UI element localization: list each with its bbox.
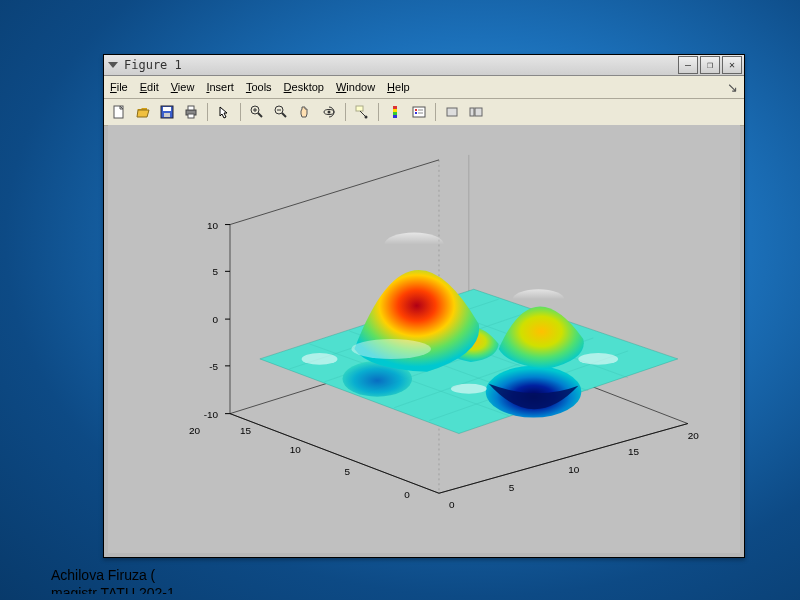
- minimize-button[interactable]: –: [678, 56, 698, 74]
- svg-rect-21: [393, 112, 397, 115]
- colorbar-icon[interactable]: [384, 102, 406, 122]
- title-bar[interactable]: Figure 1 – ❐ ✕: [104, 55, 744, 76]
- window-title: Figure 1: [124, 58, 678, 72]
- svg-text:20: 20: [189, 425, 201, 436]
- menu-tools[interactable]: Tools: [246, 81, 272, 93]
- save-icon[interactable]: [156, 102, 178, 122]
- svg-rect-6: [188, 114, 194, 118]
- data-cursor-icon[interactable]: [351, 102, 373, 122]
- svg-text:10: 10: [207, 220, 219, 231]
- figure-icon: [106, 58, 120, 72]
- svg-text:10: 10: [568, 464, 580, 475]
- svg-text:0: 0: [213, 314, 219, 325]
- toolbar: [104, 99, 744, 126]
- zoom-out-icon[interactable]: [270, 102, 292, 122]
- svg-rect-5: [188, 106, 194, 110]
- menu-desktop[interactable]: Desktop: [284, 81, 324, 93]
- author-line2: magistr TATU 202-1: [51, 584, 175, 594]
- svg-rect-29: [470, 108, 474, 116]
- z-axis-ticks: 10 5 0 -5 -10 20: [189, 220, 230, 436]
- hide-plot-tools-icon[interactable]: [441, 102, 463, 122]
- pan-icon[interactable]: [294, 102, 316, 122]
- menu-edit[interactable]: Edit: [140, 81, 159, 93]
- svg-point-50: [351, 339, 431, 359]
- svg-text:20: 20: [688, 430, 700, 441]
- svg-line-12: [282, 113, 286, 117]
- author-caption: Achilova Firuza ( magistr TATU 202-1: [51, 566, 175, 594]
- svg-rect-20: [393, 109, 397, 112]
- open-icon[interactable]: [132, 102, 154, 122]
- plot-area: 10 5 0 -5 -10 20 15 10 5 0: [108, 125, 740, 553]
- separator: [378, 103, 379, 121]
- author-line1: Achilova Firuza (: [51, 566, 175, 584]
- svg-text:-5: -5: [209, 361, 218, 372]
- svg-point-18: [365, 116, 368, 119]
- surface-peak-main: [351, 233, 479, 372]
- separator: [207, 103, 208, 121]
- svg-line-34: [230, 160, 439, 225]
- window-buttons: – ❐ ✕: [678, 56, 742, 74]
- svg-rect-28: [447, 108, 457, 116]
- menu-help[interactable]: Help: [387, 81, 410, 93]
- svg-rect-2: [163, 107, 171, 111]
- surface-plot: 10 5 0 -5 -10 20 15 10 5 0: [138, 135, 730, 543]
- svg-point-15: [328, 111, 331, 114]
- svg-text:10: 10: [290, 444, 302, 455]
- menu-bar: File Edit View Insert Tools Desktop Wind…: [104, 76, 744, 99]
- zoom-in-icon[interactable]: [246, 102, 268, 122]
- menu-file[interactable]: File: [110, 81, 128, 93]
- x-axis-ticks: 15 10 5 0: [240, 425, 410, 501]
- svg-text:15: 15: [628, 446, 640, 457]
- show-plot-tools-icon[interactable]: [465, 102, 487, 122]
- svg-rect-30: [475, 108, 482, 116]
- svg-text:0: 0: [449, 499, 455, 510]
- svg-line-17: [360, 111, 365, 116]
- svg-rect-3: [164, 113, 170, 117]
- pointer-icon[interactable]: [213, 102, 235, 122]
- legend-icon[interactable]: [408, 102, 430, 122]
- svg-rect-22: [393, 115, 397, 118]
- dock-icon[interactable]: ↘: [727, 80, 738, 95]
- svg-point-52: [578, 353, 618, 365]
- svg-point-48: [513, 289, 565, 309]
- svg-line-8: [258, 113, 262, 117]
- menu-insert[interactable]: Insert: [206, 81, 234, 93]
- svg-text:0: 0: [404, 489, 410, 500]
- svg-text:-10: -10: [204, 409, 219, 420]
- figure-window: Figure 1 – ❐ ✕ File Edit View Insert Too…: [103, 54, 745, 558]
- slide-background: Figure 1 – ❐ ✕ File Edit View Insert Too…: [0, 0, 800, 600]
- separator: [435, 103, 436, 121]
- close-button[interactable]: ✕: [722, 56, 742, 74]
- separator: [345, 103, 346, 121]
- svg-line-54: [230, 414, 439, 494]
- svg-text:15: 15: [240, 425, 252, 436]
- svg-rect-16: [356, 106, 363, 111]
- print-icon[interactable]: [180, 102, 202, 122]
- svg-text:5: 5: [344, 466, 350, 477]
- new-icon[interactable]: [108, 102, 130, 122]
- rotate3d-icon[interactable]: [318, 102, 340, 122]
- svg-line-55: [439, 424, 688, 494]
- svg-point-53: [451, 384, 487, 394]
- svg-point-51: [302, 353, 338, 365]
- svg-point-49: [384, 233, 444, 257]
- svg-rect-23: [413, 107, 425, 117]
- surface-peak-secondary: [499, 289, 584, 369]
- menu-window[interactable]: Window: [336, 81, 375, 93]
- svg-rect-19: [393, 106, 397, 109]
- svg-text:5: 5: [509, 482, 515, 493]
- maximize-button[interactable]: ❐: [700, 56, 720, 74]
- y-axis-ticks: 0 5 10 15 20: [449, 430, 699, 511]
- axes3d[interactable]: 10 5 0 -5 -10 20 15 10 5 0: [138, 135, 730, 543]
- menu-view[interactable]: View: [171, 81, 195, 93]
- svg-text:5: 5: [213, 266, 219, 277]
- separator: [240, 103, 241, 121]
